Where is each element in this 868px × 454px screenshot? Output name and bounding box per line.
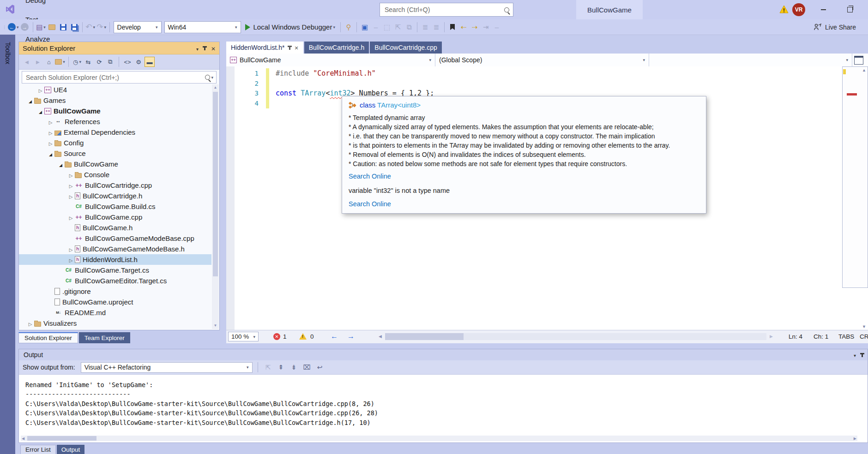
warning-count-icon[interactable]: [299, 333, 307, 340]
error-count[interactable]: 1: [283, 333, 287, 340]
split-window-icon[interactable]: [854, 56, 863, 65]
twisty-collapsed[interactable]: [67, 192, 75, 200]
dash-icon-2[interactable]: –: [492, 21, 502, 33]
tree-item--gitignore[interactable]: .gitignore: [19, 286, 211, 297]
close-icon[interactable]: [294, 44, 298, 51]
member-scope-dropdown[interactable]: [649, 54, 852, 66]
quick-search-input[interactable]: [384, 6, 504, 14]
document-tab-bullcowcartridge-h[interactable]: BullCowCartridge.h: [304, 42, 369, 54]
sync-with-active-document-icon[interactable]: ⇆: [83, 57, 93, 67]
twisty-expanded[interactable]: [47, 149, 54, 157]
output-panel-header[interactable]: Output: [19, 349, 868, 360]
twisty-collapsed[interactable]: [36, 86, 44, 94]
twisty-expanded[interactable]: [36, 107, 44, 115]
twisty-collapsed[interactable]: [67, 213, 75, 221]
tabs-indicator[interactable]: TABS: [838, 333, 854, 340]
twisty-collapsed[interactable]: [67, 256, 75, 263]
twisty-collapsed[interactable]: [26, 319, 34, 327]
twisty-collapsed[interactable]: [67, 245, 75, 253]
bookmark-icon[interactable]: [447, 21, 458, 33]
live-share-button[interactable]: Live Share: [814, 19, 856, 35]
toolbox-vertical-tab[interactable]: Toolbox: [4, 36, 12, 84]
save-button[interactable]: [58, 21, 68, 33]
redo-button[interactable]: ↷: [96, 21, 107, 33]
clear-all-icon[interactable]: ⌧: [302, 362, 312, 372]
tree-item-bullcowgamegamemodebase-cpp[interactable]: ++BullCowGameGameModeBase.cpp: [19, 233, 211, 244]
twisty-collapsed[interactable]: [47, 118, 54, 125]
collapse-all-icon[interactable]: ⧉: [105, 57, 115, 67]
undo-button[interactable]: ↶: [85, 21, 96, 33]
output-log[interactable]: Renamed 'InitGame' to 'SetupGame':------…: [19, 375, 868, 427]
scroll-right-icon[interactable]: ▶: [854, 436, 856, 441]
tree-item-source[interactable]: Source: [19, 148, 211, 159]
twisty-collapsed[interactable]: [47, 128, 54, 136]
notification-warning-icon[interactable]: [779, 5, 789, 15]
start-debugging-button[interactable]: Local Windows Debugger: [242, 21, 338, 33]
copy-window-icon[interactable]: ⧉: [404, 21, 414, 33]
document-tab-bullcowcartridge-cpp[interactable]: BullCowCartridge.cpp: [370, 42, 441, 54]
tree-item-config[interactable]: Config: [19, 137, 211, 148]
indent-increase-icon[interactable]: ≣: [431, 21, 441, 33]
pointer-icon[interactable]: ⇱: [393, 21, 403, 33]
twisty-collapsed[interactable]: [47, 139, 54, 147]
minimize-button[interactable]: [813, 0, 834, 19]
scroll-down-icon[interactable]: ▼: [862, 324, 866, 329]
error-count-icon[interactable]: ✕: [273, 333, 280, 340]
pin-icon[interactable]: [289, 46, 290, 50]
scrollbar-thumb[interactable]: [213, 92, 218, 276]
user-avatar[interactable]: VR: [792, 3, 805, 16]
dash-icon[interactable]: –: [371, 21, 381, 33]
navigate-forward-button[interactable]: →: [20, 21, 30, 33]
scrollbar-thumb[interactable]: [27, 436, 96, 441]
solution-tree-scrollbar[interactable]: ▲ ▼: [212, 84, 219, 329]
tree-item-bullcowgamegamemodebase-h[interactable]: hBullCowGameGameModeBase.h: [19, 244, 211, 254]
tree-item-visualizers[interactable]: Visualizers: [19, 318, 211, 329]
menu-debug[interactable]: Debug: [20, 0, 64, 10]
horizontal-scrollbar[interactable]: [385, 333, 766, 340]
tree-item-bullcowgame-h[interactable]: hBullCowGame.h: [19, 222, 211, 233]
scroll-down-icon[interactable]: ▼: [212, 323, 219, 329]
type-scope-dropdown[interactable]: (Global Scope): [435, 54, 649, 66]
search-online-link[interactable]: Search Online: [349, 173, 699, 180]
new-project-button[interactable]: ▤: [36, 21, 46, 33]
open-file-button[interactable]: [47, 21, 57, 33]
warning-count[interactable]: 0: [310, 333, 314, 340]
tree-item-bullcowgame-cpp[interactable]: ++BullCowGame.cpp: [19, 212, 211, 222]
tree-item-ue4[interactable]: ++UE4: [19, 84, 211, 95]
show-all-files-icon[interactable]: <>: [122, 57, 133, 67]
tree-item-external-dependencies[interactable]: External Dependencies: [19, 127, 211, 137]
preview-selected-items-toggle-icon[interactable]: ▬: [145, 57, 155, 67]
window-position-caret-icon[interactable]: [196, 44, 199, 52]
tab-error-list[interactable]: Error List: [20, 445, 56, 454]
tree-item-console[interactable]: Console: [19, 169, 211, 180]
search-options-caret-icon[interactable]: [211, 75, 213, 80]
close-icon[interactable]: [211, 44, 216, 52]
solution-window-icon[interactable]: ▣: [360, 21, 370, 33]
solution-explorer-search-box[interactable]: [22, 71, 217, 84]
solution-configurations-dropdown[interactable]: Develop: [114, 21, 162, 33]
code-line-2[interactable]: 2: [226, 78, 840, 89]
scrollbar-annotation-column[interactable]: [842, 66, 868, 288]
clear-bookmarks-icon[interactable]: ⇥: [481, 21, 491, 33]
previous-message-icon[interactable]: ⇞: [276, 362, 286, 372]
twisty-expanded[interactable]: [26, 96, 34, 104]
next-message-icon[interactable]: ⇟: [289, 362, 299, 372]
pending-changes-filter-icon[interactable]: ◷: [72, 57, 82, 67]
scroll-up-icon[interactable]: ▲: [212, 84, 219, 91]
scrollbar-thumb[interactable]: [385, 333, 464, 340]
search-online-link-2[interactable]: Search Online: [349, 200, 699, 208]
selection-box-icon[interactable]: ⬚: [382, 21, 392, 33]
pin-icon[interactable]: [862, 353, 863, 357]
twisty-collapsed[interactable]: [67, 181, 75, 189]
tree-item-readme-md[interactable]: M↓README.md: [19, 307, 211, 318]
tab-output[interactable]: Output: [57, 445, 85, 454]
line-ending-indicator[interactable]: CRLF: [860, 333, 868, 340]
forward-icon[interactable]: ►: [33, 57, 43, 67]
code-line-1[interactable]: 1#include "CoreMinimal.h": [226, 68, 840, 78]
tree-item-games[interactable]: Games: [19, 95, 211, 106]
properties-wrench-icon[interactable]: ⚙: [133, 57, 144, 67]
solution-explorer-header[interactable]: Solution Explorer: [19, 42, 219, 54]
window-position-caret-icon[interactable]: [854, 351, 856, 358]
switch-views-icon[interactable]: [55, 57, 65, 67]
tab-team-explorer[interactable]: Team Explorer: [79, 332, 130, 343]
